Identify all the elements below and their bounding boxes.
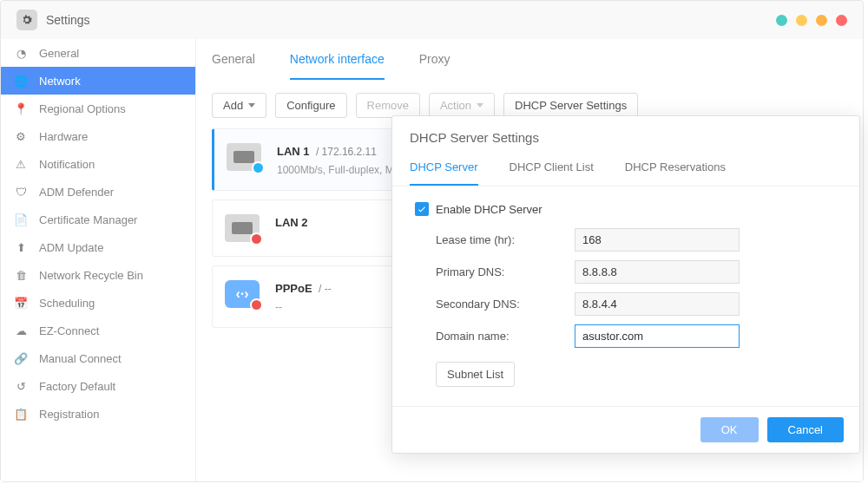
alert-icon: ⚠: [13, 156, 29, 172]
iface-name: LAN 2: [275, 216, 308, 229]
dlg-tab-reservations[interactable]: DHCP Reservations: [625, 150, 726, 186]
enable-dhcp-checkbox-row[interactable]: Enable DHCP Server: [415, 202, 837, 216]
window-controls: [776, 15, 847, 26]
sidebar-item-label: Network: [39, 75, 81, 88]
add-button[interactable]: Add: [212, 93, 266, 118]
tab-proxy[interactable]: Proxy: [419, 40, 450, 80]
lease-time-input[interactable]: [575, 228, 740, 252]
domain-name-label: Domain name:: [436, 330, 575, 343]
main-tabs: General Network interface Proxy: [212, 39, 847, 81]
secondary-dns-input[interactable]: [575, 292, 740, 316]
sidebar-item-registration[interactable]: 📋Registration: [1, 400, 195, 428]
domain-name-input[interactable]: [575, 324, 740, 348]
cancel-button[interactable]: Cancel: [767, 417, 844, 442]
iface-detail: 1000Mb/s, Full-duplex, MTU: [277, 164, 408, 176]
sidebar-item-label: ADM Defender: [39, 186, 114, 199]
sidebar-item-scheduling[interactable]: 📅Scheduling: [1, 289, 195, 317]
globe-icon: 🌐: [13, 73, 29, 88]
settings-app-icon: [16, 10, 37, 30]
dlg-tab-clientlist[interactable]: DHCP Client List: [510, 150, 594, 186]
sidebar-item-certificate[interactable]: 📄Certificate Manager: [1, 206, 195, 233]
sidebar-item-label: Factory Default: [39, 380, 115, 393]
link-icon: 🔗: [13, 350, 29, 366]
ethernet-port-icon: [225, 214, 260, 242]
chevron-down-icon: [248, 103, 255, 108]
action-label: Action: [440, 99, 471, 112]
toolbar: Add Configure Remove Action DHCP Server …: [212, 93, 847, 118]
primary-dns-label: Primary DNS:: [436, 265, 575, 278]
window-dot-yellow[interactable]: [796, 15, 807, 26]
iface-detail: --: [275, 301, 332, 313]
status-err-badge: [250, 232, 263, 245]
form-icon: 📋: [13, 406, 29, 422]
sidebar-item-factory[interactable]: ↺Factory Default: [1, 372, 195, 400]
sidebar-item-notification[interactable]: ⚠Notification: [1, 150, 195, 178]
configure-button[interactable]: Configure: [275, 93, 346, 118]
window-title: Settings: [46, 13, 90, 27]
titlebar: Settings: [1, 1, 863, 39]
sidebar-item-label: General: [39, 47, 79, 60]
sidebar-item-ezconnect[interactable]: ☁EZ-Connect: [1, 317, 195, 344]
sidebar-item-label: EZ-Connect: [39, 324, 99, 337]
sidebar-item-general[interactable]: ◔General: [1, 39, 195, 67]
dialog-footer: OK Cancel: [392, 406, 859, 453]
update-icon: ⬆: [13, 239, 29, 255]
iface-ip: / 172.16.2.11: [313, 146, 377, 158]
primary-dns-input[interactable]: [575, 260, 740, 284]
sidebar-item-regional[interactable]: 📍Regional Options: [1, 95, 195, 122]
settings-window: Settings ◔General 🌐Network 📍Regional Opt…: [0, 0, 864, 482]
iface-name: PPPoE: [275, 282, 312, 295]
sidebar-item-defender[interactable]: 🛡ADM Defender: [1, 178, 195, 206]
add-label: Add: [223, 99, 243, 112]
window-dot-red[interactable]: [836, 15, 847, 26]
subnet-list-button[interactable]: Subnet List: [436, 362, 515, 387]
status-ok-badge: [252, 161, 265, 174]
cert-icon: 📄: [13, 212, 29, 227]
ok-button[interactable]: OK: [700, 417, 759, 442]
pppoe-icon: ‹·›: [225, 280, 260, 308]
sidebar-item-update[interactable]: ⬆ADM Update: [1, 233, 195, 261]
remove-button[interactable]: Remove: [356, 93, 420, 118]
dhcp-settings-button[interactable]: DHCP Server Settings: [503, 93, 638, 118]
status-err-badge: [250, 298, 263, 311]
checkbox-checked-icon[interactable]: [415, 202, 429, 216]
window-dot-orange[interactable]: [816, 15, 827, 26]
window-dot-teal[interactable]: [776, 15, 787, 26]
sidebar-item-label: Manual Connect: [39, 352, 122, 365]
dialog-body: Enable DHCP Server Lease time (hr): Prim…: [392, 186, 859, 406]
sidebar-item-label: Certificate Manager: [39, 213, 137, 226]
pin-icon: 📍: [13, 101, 29, 116]
sidebar-item-label: ADM Update: [39, 241, 103, 254]
sidebar: ◔General 🌐Network 📍Regional Options ⚙Har…: [1, 39, 196, 481]
calendar-icon: 📅: [13, 295, 29, 311]
dhcp-dialog: DHCP Server Settings DHCP Server DHCP Cl…: [391, 115, 860, 454]
sidebar-item-hardware[interactable]: ⚙Hardware: [1, 122, 195, 150]
sidebar-item-network[interactable]: 🌐Network: [1, 67, 195, 95]
iface-name: LAN 1: [277, 145, 310, 158]
sidebar-item-label: Hardware: [39, 130, 88, 143]
dialog-tabs: DHCP Server DHCP Client List DHCP Reserv…: [392, 150, 859, 186]
action-button[interactable]: Action: [429, 93, 495, 118]
trash-icon: 🗑: [13, 267, 29, 283]
enable-dhcp-label: Enable DHCP Server: [436, 203, 542, 216]
sidebar-item-recycle[interactable]: 🗑Network Recycle Bin: [1, 261, 195, 289]
cloud-icon: ☁: [13, 323, 29, 338]
gauge-icon: ◔: [13, 45, 29, 61]
sidebar-item-label: Notification: [39, 158, 95, 171]
reset-icon: ↺: [13, 378, 29, 394]
chevron-down-icon: [477, 103, 483, 108]
dialog-title: DHCP Server Settings: [392, 116, 859, 150]
lease-time-label: Lease time (hr):: [436, 233, 575, 246]
shield-icon: 🛡: [13, 184, 29, 199]
sidebar-item-label: Scheduling: [39, 297, 95, 310]
iface-ip: / --: [316, 283, 332, 295]
ethernet-port-icon: [227, 143, 261, 171]
dlg-tab-server[interactable]: DHCP Server: [410, 150, 478, 186]
tab-general[interactable]: General: [212, 40, 255, 80]
chip-icon: ⚙: [13, 128, 29, 144]
sidebar-item-label: Regional Options: [39, 102, 126, 115]
sidebar-item-label: Network Recycle Bin: [39, 269, 143, 282]
sidebar-item-manualconnect[interactable]: 🔗Manual Connect: [1, 344, 195, 372]
sidebar-item-label: Registration: [39, 408, 99, 421]
tab-network-interface[interactable]: Network interface: [290, 40, 385, 80]
